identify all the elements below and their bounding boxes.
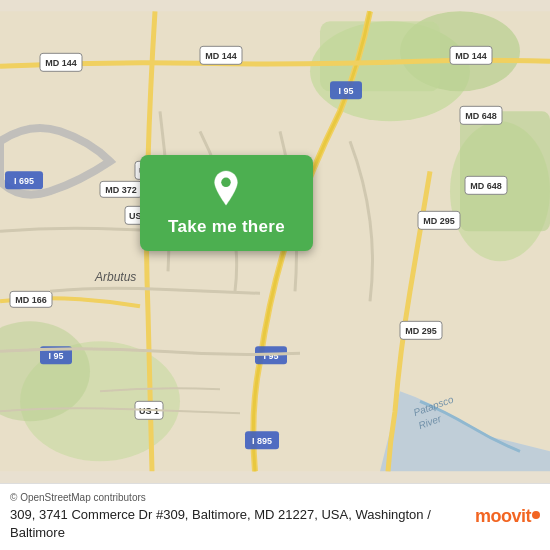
svg-text:US 1: US 1 [139,406,159,416]
osm-credit: © OpenStreetMap contributors [10,492,465,503]
svg-text:MD 166: MD 166 [15,295,47,305]
svg-text:MD 648: MD 648 [465,111,497,121]
svg-rect-3 [320,21,440,91]
svg-text:Arbutus: Arbutus [94,270,136,284]
moovit-dot [532,511,540,519]
svg-point-45 [222,178,232,188]
moovit-logo: moovit [475,506,540,527]
address-section: © OpenStreetMap contributors 309, 3741 C… [10,492,465,542]
location-pin-icon [209,169,243,209]
svg-text:MD 144: MD 144 [45,58,77,68]
svg-text:MD 648: MD 648 [470,181,502,191]
take-me-there-button[interactable]: Take me there [140,155,313,251]
svg-text:MD 372: MD 372 [105,185,137,195]
moovit-brand-text: moovit [475,506,531,527]
map-area: I 95 I 95 I 895 US 1 US 1 MD 144 MD 144 … [0,0,550,483]
app-container: I 95 I 95 I 895 US 1 US 1 MD 144 MD 144 … [0,0,550,550]
bottom-bar: © OpenStreetMap contributors 309, 3741 C… [0,483,550,550]
svg-text:I 695: I 695 [14,176,34,186]
svg-text:MD 144: MD 144 [455,51,487,61]
svg-text:MD 144: MD 144 [205,51,237,61]
svg-text:I 95: I 95 [48,351,63,361]
svg-text:I 895: I 895 [252,436,272,446]
svg-text:MD 295: MD 295 [423,216,455,226]
svg-text:I 95: I 95 [338,86,353,96]
svg-text:MD 295: MD 295 [405,326,437,336]
take-me-there-container[interactable]: Take me there [140,155,313,251]
address-text: 309, 3741 Commerce Dr #309, Baltimore, M… [10,506,465,542]
take-me-there-label: Take me there [168,217,285,237]
svg-rect-5 [460,111,550,231]
